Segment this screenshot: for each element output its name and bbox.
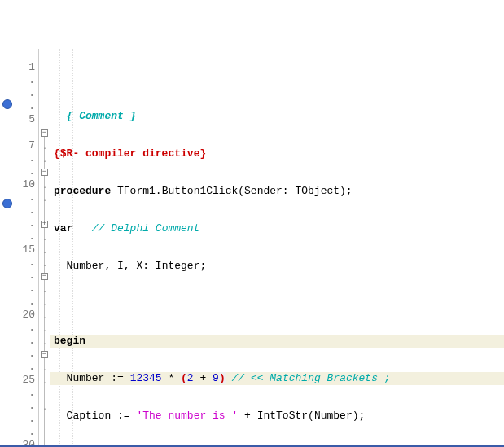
code-line[interactable] xyxy=(50,297,504,310)
fold-gutter[interactable]: − − + − − · · · · · · · · · · · · · · · xyxy=(39,49,50,447)
fold-toggle[interactable]: − xyxy=(41,273,48,280)
code-line[interactable]: Number, I, X: Integer; xyxy=(50,260,504,273)
code-editor[interactable]: 1...57..10....15....20....25....3031 − −… xyxy=(0,49,504,447)
fold-toggle[interactable]: − xyxy=(41,169,48,176)
bookmark-icon[interactable] xyxy=(2,199,12,208)
fold-toggle[interactable]: + xyxy=(41,221,48,228)
code-line[interactable]: var // Delphi Comment xyxy=(50,222,504,235)
fold-toggle[interactable]: − xyxy=(41,351,48,358)
bookmark-icon[interactable] xyxy=(2,99,12,109)
code-line[interactable]: Caption := 'The number is ' + IntToStr(N… xyxy=(50,410,504,423)
code-line[interactable]: {$R- compiler directive} xyxy=(50,147,504,160)
code-line[interactable]: procedure TForm1.Button1Click(Sender: TO… xyxy=(50,185,504,198)
code-line[interactable]: Number := 12345 * (2 + 9) // << Matching… xyxy=(50,372,504,385)
line-number-gutter: 1...57..10....15....20....25....3031 xyxy=(15,49,39,447)
code-line[interactable]: begin xyxy=(50,335,504,348)
fold-toggle[interactable]: − xyxy=(41,129,48,137)
code-line[interactable]: { Comment } xyxy=(50,110,504,123)
code-area[interactable]: { Comment } {$R- compiler directive} pro… xyxy=(50,49,504,447)
breakpoint-gutter[interactable] xyxy=(0,49,15,447)
